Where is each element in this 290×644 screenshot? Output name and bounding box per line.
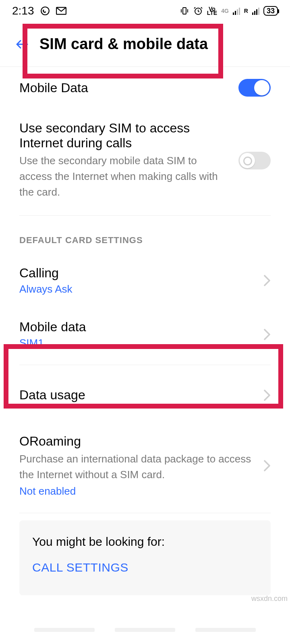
- 4g-icon: 4G: [221, 9, 229, 13]
- divider: [19, 215, 271, 216]
- chevron-right-icon: [263, 389, 271, 401]
- calling-row[interactable]: Calling Always Ask: [19, 254, 271, 308]
- divider: [19, 365, 271, 365]
- chevron-right-icon: [263, 460, 271, 472]
- gmail-icon: [56, 7, 66, 15]
- back-arrow-icon[interactable]: [16, 39, 28, 49]
- oroaming-label: ORoaming: [19, 434, 255, 449]
- alarm-icon: [193, 6, 203, 16]
- mobile-data-row[interactable]: Mobile Data: [19, 67, 271, 109]
- svg-point-0: [41, 7, 49, 15]
- calling-value: Always Ask: [19, 283, 255, 295]
- secondary-sim-desc: Use the secondary mobile data SIM to acc…: [19, 153, 230, 200]
- chevron-right-icon: [263, 275, 271, 287]
- status-right: VoLTE 4G R 33: [180, 6, 278, 16]
- mobile-data-label: Mobile Data: [19, 80, 230, 95]
- oroaming-value: Not enabled: [19, 485, 255, 497]
- signal-1-icon: [233, 7, 240, 15]
- oroaming-row[interactable]: ORoaming Purchase an international data …: [19, 422, 271, 510]
- page-title: SIM card & mobile data: [39, 35, 208, 53]
- secondary-sim-label: Use secondary SIM to access Internet dur…: [19, 121, 230, 151]
- vibrate-icon: [180, 6, 189, 16]
- default-mobile-data-row[interactable]: Mobile data SIM1: [19, 308, 271, 361]
- roaming-icon: R: [244, 9, 248, 13]
- watermark: wsxdn.com: [251, 594, 288, 603]
- svg-rect-2: [183, 8, 186, 14]
- battery-icon: 33: [263, 6, 278, 16]
- default-mobile-data-label: Mobile data: [19, 320, 255, 334]
- secondary-sim-row[interactable]: Use secondary SIM to access Internet dur…: [19, 109, 271, 212]
- data-usage-label: Data usage: [19, 388, 255, 402]
- header: SIM card & mobile data: [0, 22, 290, 67]
- secondary-sim-toggle[interactable]: [238, 152, 271, 169]
- suggestion-card: You might be looking for: CALL SETTINGS: [19, 520, 271, 595]
- chevron-right-icon: [263, 328, 271, 341]
- suggestion-title: You might be looking for:: [32, 535, 258, 549]
- oroaming-desc: Purchase an international data package t…: [19, 451, 255, 483]
- mobile-data-toggle[interactable]: [238, 79, 271, 97]
- divider: [19, 513, 271, 513]
- status-left: 2:13: [12, 4, 66, 17]
- default-mobile-data-value: SIM1: [19, 337, 255, 349]
- status-time: 2:13: [12, 4, 34, 17]
- suggestion-link[interactable]: CALL SETTINGS: [32, 561, 258, 574]
- data-usage-row[interactable]: Data usage: [19, 368, 271, 422]
- volte-icon: VoLTE: [207, 7, 217, 15]
- nav-bar: [0, 616, 290, 644]
- signal-2-icon: [252, 7, 259, 15]
- whatsapp-icon: [40, 6, 50, 16]
- status-bar: 2:13 VoLTE 4G R 33: [0, 0, 290, 22]
- section-header-default: DEFAULT CARD SETTINGS: [19, 219, 271, 254]
- battery-level: 33: [267, 7, 275, 15]
- calling-label: Calling: [19, 266, 255, 281]
